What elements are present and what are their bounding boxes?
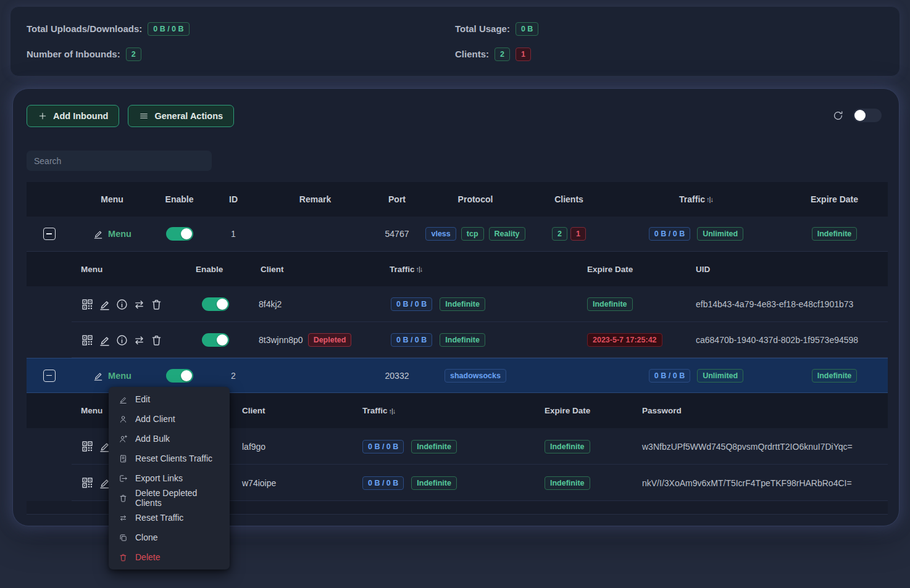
total-uploads-downloads-label: Total Uploads/Downloads: xyxy=(27,23,142,34)
inbound-context-menu: Edit Add Client Add Bulk Reset Clients T… xyxy=(109,387,230,569)
traffic-limit-badge: Unlimited xyxy=(697,369,743,383)
toolbar: Add Inbound General Actions xyxy=(27,105,234,127)
header-clients: Clients xyxy=(527,182,611,217)
client-traffic-limit-badge: Indefinite xyxy=(440,297,485,311)
depleted-badge: Depleted xyxy=(308,333,352,347)
client-name: w74ioipe xyxy=(232,465,353,501)
stat-total-uploads-downloads: Total Uploads/Downloads: 0 B / 0 B xyxy=(27,17,455,40)
menu-item-reset-traffic[interactable]: Reset Traffic xyxy=(109,508,230,528)
expire-badge: Indefinite xyxy=(812,227,858,241)
edit-client-icon[interactable] xyxy=(98,298,111,311)
inbounds-table-header: Menu Enable ID Remark Port Protocol Clie… xyxy=(27,182,888,217)
delete-client-icon[interactable] xyxy=(150,334,163,347)
traffic-badge: 0 B / 0 B xyxy=(649,227,690,241)
client-enable-toggle[interactable] xyxy=(202,297,229,311)
inbound-port: 54767 xyxy=(370,217,424,251)
inbound-port: 20332 xyxy=(370,358,424,392)
client-enable-toggle[interactable] xyxy=(202,333,229,347)
client-expire-badge: 2023-5-7 17:25:42 xyxy=(587,333,662,347)
client-traffic-badge: 0 B / 0 B xyxy=(391,333,432,347)
collapse-row-button[interactable] xyxy=(43,370,56,382)
protocol-badge: vless xyxy=(425,227,456,241)
edit-pencil-icon xyxy=(93,228,104,239)
menu-item-add-client[interactable]: Add Client xyxy=(109,409,230,429)
client-row-8f4kj2: 8f4kj2 0 B / 0 B Indefinite Indefinite e… xyxy=(27,286,888,322)
add-inbound-label: Add Inbound xyxy=(53,111,108,121)
menu-item-delete[interactable]: Delete xyxy=(109,547,230,567)
client-expire-badge: Indefinite xyxy=(587,297,633,311)
edit-client-icon[interactable] xyxy=(98,334,111,347)
delete-icon xyxy=(119,553,128,562)
traffic-limit-badge: Unlimited xyxy=(697,227,743,241)
reset-traffic-icon[interactable] xyxy=(133,298,146,311)
inbound-row-1: Menu 1 54767 vless tcp Reality 2 1 0 B /… xyxy=(27,217,888,252)
header-port: Port xyxy=(370,182,424,217)
qrcode-icon[interactable] xyxy=(81,334,94,347)
theme-toggle[interactable] xyxy=(853,109,882,122)
sort-icon: ↑|↓ xyxy=(416,265,423,273)
menu-item-delete-depleted-clients[interactable]: Delete Depleted Clients xyxy=(109,488,230,508)
client-traffic-badge: 0 B / 0 B xyxy=(391,297,432,311)
clients-label: Clients: xyxy=(455,49,489,59)
delete-depleted-clients-icon xyxy=(119,494,128,503)
stat-clients: Clients: 2 1 xyxy=(455,43,883,65)
add-inbound-button[interactable]: Add Inbound xyxy=(27,105,119,127)
header-protocol: Protocol xyxy=(424,182,527,217)
total-uploads-downloads-value: 0 B / 0 B xyxy=(148,22,189,36)
reset-traffic-icon xyxy=(119,513,128,523)
enable-toggle[interactable] xyxy=(166,369,193,383)
qrcode-icon[interactable] xyxy=(81,298,94,311)
transport-badge: tcp xyxy=(461,227,484,241)
search-input[interactable] xyxy=(27,151,212,171)
edit-icon xyxy=(119,395,128,404)
sort-icon: ↑|↓ xyxy=(706,196,713,203)
general-actions-button[interactable]: General Actions xyxy=(128,105,234,127)
client-traffic-badge: 0 B / 0 B xyxy=(362,476,404,490)
clients-active-badge: 2 xyxy=(552,227,567,241)
client-traffic-limit-badge: Indefinite xyxy=(411,440,457,453)
refresh-icon[interactable] xyxy=(832,110,844,122)
stat-total-usage: Total Usage: 0 B xyxy=(455,17,883,40)
menu-item-clone[interactable]: Clone xyxy=(109,528,230,547)
total-usage-label: Total Usage: xyxy=(455,23,510,34)
client-uid: ca68470b-1940-437d-802b-1f9573e94598 xyxy=(686,322,888,358)
menu-item-reset-clients-traffic[interactable]: Reset Clients Traffic xyxy=(109,449,230,468)
qrcode-icon[interactable] xyxy=(81,476,94,489)
client-row-8t3wjnn8p0: 8t3wjnn8p0 Depleted 0 B / 0 B Indefinite… xyxy=(27,322,888,358)
number-of-inbounds-value: 2 xyxy=(126,48,141,61)
header-remark: Remark xyxy=(261,182,370,217)
header-traffic[interactable]: Traffic ↑|↓ xyxy=(611,182,781,217)
info-icon[interactable] xyxy=(115,298,128,311)
row-menu-button[interactable]: Menu xyxy=(93,370,131,381)
clients-active-badge: 2 xyxy=(495,48,510,61)
info-icon[interactable] xyxy=(115,334,128,347)
clients-cell-empty xyxy=(527,358,611,392)
protocol-badge: shadowsocks xyxy=(445,369,506,383)
menu-bars-icon xyxy=(139,111,149,121)
delete-client-icon[interactable] xyxy=(150,298,163,311)
menu-item-add-bulk[interactable]: Add Bulk xyxy=(109,429,230,449)
enable-toggle[interactable] xyxy=(166,227,193,241)
sub-header-traffic[interactable]: Traffic ↑|↓ xyxy=(353,393,535,428)
total-usage-value: 0 B xyxy=(516,22,538,36)
sub-header-password: Password xyxy=(633,393,888,428)
menu-item-edit[interactable]: Edit xyxy=(109,389,230,409)
menu-item-export-links[interactable]: Export Links xyxy=(109,468,230,488)
general-actions-label: General Actions xyxy=(154,111,223,121)
stats-card: Total Uploads/Downloads: 0 B / 0 B Total… xyxy=(10,6,900,77)
number-of-inbounds-label: Number of Inbounds: xyxy=(27,49,120,59)
traffic-badge: 0 B / 0 B xyxy=(649,369,690,383)
header-id: ID xyxy=(206,182,261,217)
inbound-id: 1 xyxy=(206,217,261,251)
reset-traffic-icon[interactable] xyxy=(133,334,146,347)
collapse-icon xyxy=(46,375,52,376)
collapse-row-button[interactable] xyxy=(43,228,56,240)
row-menu-button[interactable]: Menu xyxy=(93,228,131,239)
client-actions xyxy=(72,286,186,322)
client-name: laf9go xyxy=(232,428,353,465)
sub-header-traffic[interactable]: Traffic ↑|↓ xyxy=(378,252,577,286)
clients-depleted-badge: 1 xyxy=(570,227,586,241)
card-controls xyxy=(832,109,882,122)
qrcode-icon[interactable] xyxy=(81,440,94,453)
header-expire-date: Expire Date xyxy=(781,182,888,217)
